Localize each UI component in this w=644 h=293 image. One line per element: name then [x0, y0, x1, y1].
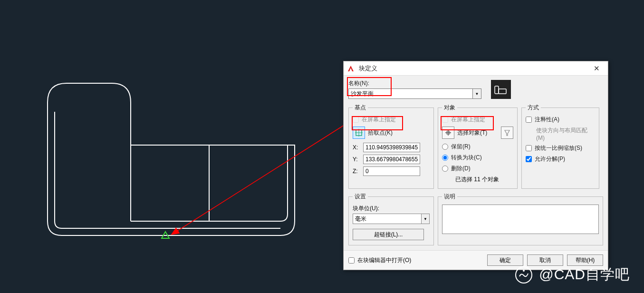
z-label: Z: [353, 168, 360, 175]
autocad-logo-icon [346, 64, 355, 73]
basepoint-group: 基点 在屏幕上指定 拾取点(K) X: Y: [348, 104, 434, 189]
block-preview [491, 80, 511, 99]
name-label: 名称(N): [348, 79, 481, 88]
svg-rect-5 [499, 89, 506, 94]
x-label: X: [353, 144, 360, 151]
ok-button[interactable]: 确定 [487, 254, 523, 266]
select-objects-button[interactable] [442, 127, 454, 139]
match-orientation-label: 使块方向与布局匹配(M) [536, 127, 595, 141]
watermark-text: @CAD自学吧 [539, 265, 630, 284]
unit-label: 块单位(U): [353, 205, 430, 213]
dialog-titlebar[interactable]: 块定义 ✕ [344, 61, 608, 76]
watermark: @CAD自学吧 [514, 265, 630, 284]
settings-legend: 设置 [353, 193, 368, 201]
mode-legend: 方式 [526, 104, 541, 112]
open-in-editor-checkbox[interactable]: 在块编辑器中打开(O) [348, 256, 483, 264]
basepoint-legend: 基点 [353, 104, 368, 112]
y-label: Y: [353, 156, 360, 163]
basepoint-onscreen-checkbox: 在屏幕上指定 [353, 116, 430, 124]
mode-group: 方式 注释性(A) 使块方向与布局匹配(M) 按统一比例缩放(S) 允许分解(P… [521, 104, 599, 189]
sofa-drawing [38, 74, 299, 245]
pick-point-label: 拾取点(K) [368, 129, 393, 137]
svg-point-13 [523, 270, 525, 272]
name-dropdown-icon[interactable]: ▼ [473, 88, 481, 99]
delete-radio[interactable]: 删除(D) [442, 165, 513, 173]
selection-count: 已选择 11 个对象 [442, 176, 513, 184]
block-name-input[interactable] [348, 88, 473, 99]
svg-rect-4 [495, 86, 499, 94]
quick-select-button[interactable] [501, 127, 513, 139]
settings-group: 设置 块单位(U): 毫米 ▼ 超链接(L)... [348, 193, 434, 245]
description-legend: 说明 [442, 193, 457, 201]
unit-dropdown-icon[interactable]: ▼ [422, 214, 430, 224]
uniform-scale-checkbox[interactable]: 按统一比例缩放(S) [526, 144, 595, 152]
help-button[interactable]: 帮助(H) [567, 254, 603, 266]
description-textarea[interactable] [442, 205, 599, 234]
objects-group: 对象 在屏幕上指定 选择对象(T) 保留(R) 转换为 [438, 104, 518, 189]
cancel-button[interactable]: 取消 [527, 254, 563, 266]
pick-point-button[interactable] [353, 127, 365, 139]
select-objects-label: 选择对象(T) [457, 129, 487, 137]
watermark-icon [514, 265, 533, 284]
z-input[interactable] [363, 166, 420, 176]
allow-explode-checkbox[interactable]: 允许分解(P) [526, 155, 595, 163]
dialog-title: 块定义 [359, 64, 588, 73]
x-input[interactable] [363, 143, 420, 152]
convert-radio[interactable]: 转换为块(C) [442, 154, 513, 162]
y-input[interactable] [363, 155, 420, 164]
hyperlink-button[interactable]: 超链接(L)... [353, 229, 424, 240]
objects-onscreen-checkbox: 在屏幕上指定 [442, 116, 513, 124]
description-group: 说明 [438, 193, 603, 245]
close-button[interactable]: ✕ [588, 63, 605, 74]
block-definition-dialog: 块定义 ✕ 名称(N): ▼ 基点 在屏幕上指定 [343, 61, 608, 270]
retain-radio[interactable]: 保留(R) [442, 143, 513, 151]
unit-select[interactable]: 毫米 [353, 214, 422, 224]
annotative-checkbox[interactable]: 注释性(A) [526, 116, 595, 124]
objects-legend: 对象 [442, 104, 457, 112]
